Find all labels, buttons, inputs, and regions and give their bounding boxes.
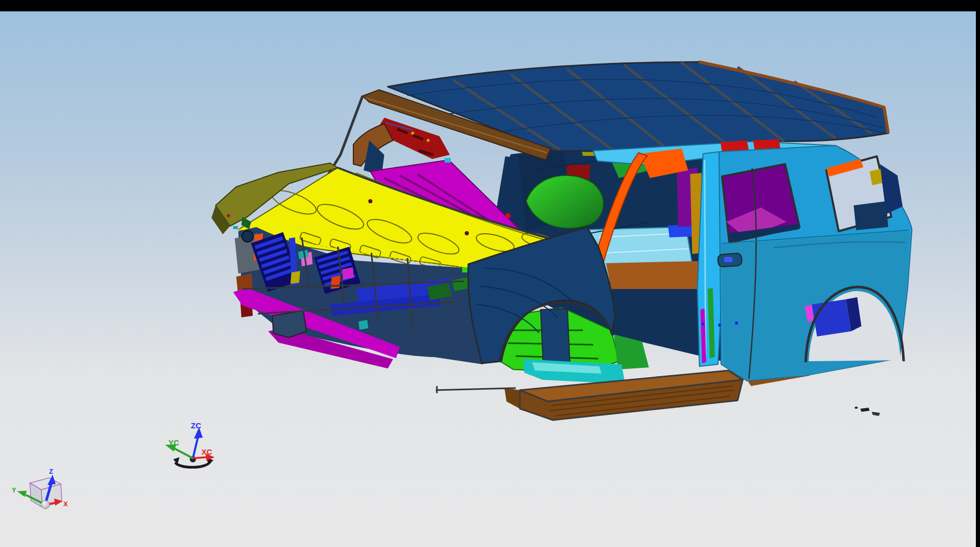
wheel-well-blue-box[interactable] (812, 299, 851, 336)
abs-origin-sphere (41, 501, 50, 509)
gold-patch[interactable] (290, 271, 300, 284)
cyan-bit (445, 158, 451, 163)
gold-fastener (411, 132, 414, 135)
wcs-x-axis[interactable] (193, 457, 206, 458)
body-side-assembly[interactable] (701, 146, 912, 381)
teal-bit-lower (358, 320, 368, 330)
tow-step[interactable] (272, 311, 306, 337)
red-dot (227, 214, 230, 217)
red-grommet (505, 213, 511, 218)
abs-x-label: X (63, 500, 68, 508)
wcs-y-label: YC (169, 438, 179, 447)
hood-fastener (465, 231, 469, 235)
gold-fastener (427, 139, 430, 142)
fog-hole (242, 231, 253, 242)
abs-z-label: Z (49, 468, 53, 475)
blue-dot (701, 323, 705, 326)
quarter-window-inner-navy (854, 201, 888, 230)
red-orange-patch[interactable] (331, 276, 340, 289)
magenta-patch[interactable] (342, 267, 354, 280)
blue-dot (735, 321, 738, 325)
viewport-canvas[interactable]: ZC YC XC Z Y X (0, 0, 980, 547)
abs-y-label: Y (12, 486, 17, 494)
wcs-z-label: ZC (191, 421, 201, 430)
door-handle (724, 257, 732, 262)
cad-viewport[interactable]: ZC YC XC Z Y X (0, 0, 980, 547)
teal-bit (233, 226, 238, 229)
rail-red-patch[interactable] (753, 139, 780, 150)
hood-fastener (368, 199, 372, 203)
top-black-bar (0, 0, 980, 11)
right-black-bar (976, 0, 980, 547)
wcs-x-label: XC (202, 447, 213, 456)
blue-dot (718, 324, 721, 327)
